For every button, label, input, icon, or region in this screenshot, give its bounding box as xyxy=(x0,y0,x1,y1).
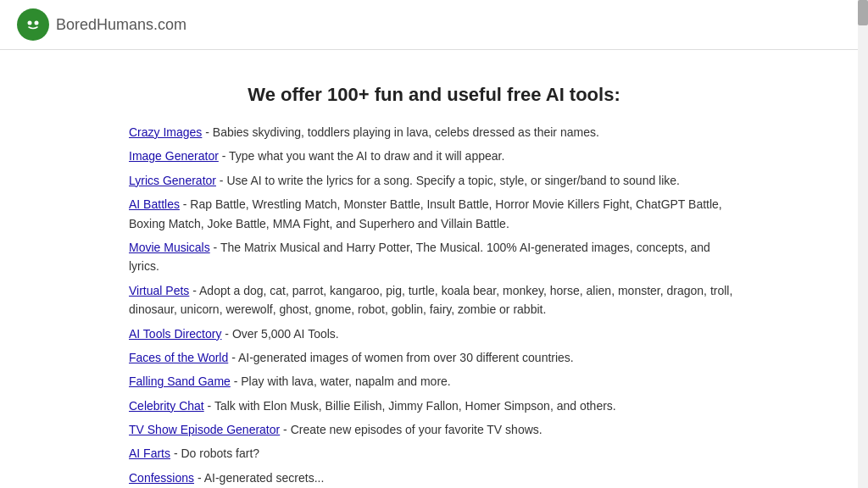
logo-svg xyxy=(23,14,43,35)
list-item: Confessions - AI-generated secrets... xyxy=(129,469,739,487)
tool-link-ai-battles[interactable]: AI Battles xyxy=(129,197,180,211)
tool-link-virtual-pets[interactable]: Virtual Pets xyxy=(129,284,189,297)
list-item: TV Show Episode Generator - Create new e… xyxy=(129,420,739,439)
page-heading: We offer 100+ fun and useful free AI too… xyxy=(129,84,739,106)
tool-link-falling-sand-game[interactable]: Falling Sand Game xyxy=(129,374,231,388)
scrollbar-thumb[interactable] xyxy=(858,0,868,25)
tool-description: - Talk with Elon Musk, Billie Eilish, Ji… xyxy=(204,399,616,413)
tool-description: - The Matrix Musical and Harry Potter, T… xyxy=(129,241,710,273)
list-item: Falling Sand Game - Play with lava, wate… xyxy=(129,372,739,391)
tool-description: - Babies skydiving, toddlers playing in … xyxy=(202,125,598,139)
tool-link-celebrity-chat[interactable]: Celebrity Chat xyxy=(129,399,204,413)
tool-link-faces-of-the-world[interactable]: Faces of the World xyxy=(129,351,228,364)
tool-link-crazy-images[interactable]: Crazy Images xyxy=(129,125,202,139)
logo-icon xyxy=(17,8,49,41)
tool-link-tv-show-episode-generator[interactable]: TV Show Episode Generator xyxy=(129,423,280,436)
tool-link-movie-musicals[interactable]: Movie Musicals xyxy=(129,241,210,254)
svg-point-0 xyxy=(28,21,32,25)
tool-description: - Use AI to write the lyrics for a song.… xyxy=(216,174,680,187)
tool-link-lyrics-generator[interactable]: Lyrics Generator xyxy=(129,174,216,187)
logo-tld: .com xyxy=(153,16,186,33)
list-item: AI Farts - Do robots fart? xyxy=(129,444,739,463)
tool-link-ai-farts[interactable]: AI Farts xyxy=(129,446,170,460)
list-item: Virtual Pets - Adopt a dog, cat, parrot,… xyxy=(129,281,739,319)
tool-description: - Create new episodes of your favorite T… xyxy=(280,423,542,436)
tool-link-ai-tools-directory[interactable]: AI Tools Directory xyxy=(129,327,221,341)
tool-description: - AI-generated secrets... xyxy=(194,471,324,485)
logo-name: BoredHumans xyxy=(56,16,153,33)
list-item: Celebrity Chat - Talk with Elon Musk, Bi… xyxy=(129,396,739,415)
logo-text: BoredHumans.com xyxy=(56,16,186,34)
list-item: Crazy Images - Babies skydiving, toddler… xyxy=(129,123,739,141)
tool-description: - Type what you want the AI to draw and … xyxy=(219,149,505,163)
main-content: We offer 100+ fun and useful free AI too… xyxy=(112,84,756,487)
tool-description: - Over 5,000 AI Tools. xyxy=(221,327,338,341)
tool-description: - Adopt a dog, cat, parrot, kangaroo, pi… xyxy=(129,284,732,316)
list-item: AI Tools Directory - Over 5,000 AI Tools… xyxy=(129,324,739,343)
scrollbar-track xyxy=(858,0,868,488)
list-item: Lyrics Generator - Use AI to write the l… xyxy=(129,171,739,190)
list-item: AI Battles - Rap Battle, Wrestling Match… xyxy=(129,195,739,233)
tool-description: - Rap Battle, Wrestling Match, Monster B… xyxy=(129,197,722,230)
tool-link-confessions[interactable]: Confessions xyxy=(129,471,194,485)
tool-description: - AI-generated images of women from over… xyxy=(228,351,574,364)
tool-description: - Do robots fart? xyxy=(170,446,259,460)
logo[interactable]: BoredHumans.com xyxy=(17,8,186,41)
site-header: BoredHumans.com xyxy=(0,0,868,50)
tools-list: Crazy Images - Babies skydiving, toddler… xyxy=(129,123,739,487)
svg-point-1 xyxy=(35,21,39,25)
tool-link-image-generator[interactable]: Image Generator xyxy=(129,149,219,163)
tool-description: - Play with lava, water, napalm and more… xyxy=(231,374,451,388)
list-item: Image Generator - Type what you want the… xyxy=(129,147,739,165)
list-item: Faces of the World - AI-generated images… xyxy=(129,348,739,367)
list-item: Movie Musicals - The Matrix Musical and … xyxy=(129,238,739,276)
